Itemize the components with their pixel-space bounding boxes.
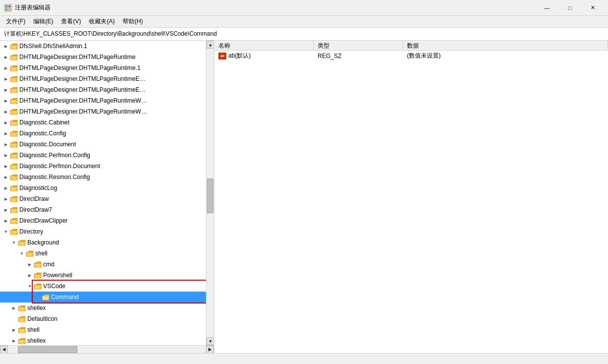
tree-item-shell2[interactable]: shell <box>0 324 206 335</box>
tree-item-command[interactable]: Command <box>0 292 206 303</box>
scroll-track[interactable] <box>206 49 214 337</box>
expand-icon <box>2 184 10 192</box>
tree-item-vscode[interactable]: VSCode <box>0 281 206 292</box>
svg-marker-52 <box>42 296 49 300</box>
tree-label: Directory <box>19 228 43 235</box>
folder-icon <box>18 337 26 344</box>
expand-icon <box>26 271 34 279</box>
col-header-type[interactable]: 类型 <box>314 41 403 51</box>
minimize-button[interactable]: — <box>536 0 558 16</box>
folder-icon <box>10 217 18 224</box>
folder-icon <box>10 228 18 235</box>
tree-item-dhtml5[interactable]: DHTMLPageDesigner.DHTMLPageRuntimeW… <box>0 95 206 106</box>
tree-item-shellex[interactable]: shellex <box>0 303 206 313</box>
h-scroll-thumb[interactable] <box>18 346 77 353</box>
tree-horizontal-scrollbar[interactable]: ◀ ▶ <box>0 345 214 353</box>
tree-label: Diagnostic.Cabinet <box>19 119 69 126</box>
col-header-name[interactable]: 名称 <box>214 41 314 51</box>
tree-scroll[interactable]: DfsShell.DfsShellAdmin.1 DHTMLPageDesign… <box>0 41 206 345</box>
expand-icon <box>2 173 10 181</box>
main-content: DfsShell.DfsShellAdmin.1 DHTMLPageDesign… <box>0 41 608 353</box>
folder-icon <box>10 54 18 61</box>
registry-value-icon: ab <box>218 53 226 60</box>
tree-vertical-scrollbar[interactable]: ▲ ▼ <box>206 41 214 345</box>
tree-item-dhtml3[interactable]: DHTMLPageDesigner.DHTMLPageRuntimeE… <box>0 73 206 84</box>
expand-icon <box>2 42 10 50</box>
vscode-border-container: VSCode Command <box>0 281 206 303</box>
tree-item-diaglog[interactable]: DiagnosticLog <box>0 182 206 193</box>
svg-marker-26 <box>10 154 17 158</box>
svg-marker-28 <box>10 165 17 169</box>
tree-item-directdrawclip[interactable]: DirectDrawClipper <box>0 215 206 226</box>
svg-rect-1 <box>5 5 7 7</box>
scroll-right-button[interactable]: ▶ <box>206 346 214 354</box>
tree-item-directdraw7[interactable]: DirectDraw7 <box>0 204 206 215</box>
tree-item-diagdoc[interactable]: Diagnostic.Document <box>0 139 206 150</box>
tree-item-dhtml4[interactable]: DHTMLPageDesigner.DHTMLPageRuntimeE… <box>0 84 206 95</box>
tree-label: shell <box>27 326 40 333</box>
tree-label: DirectDrawClipper <box>19 217 68 224</box>
svg-marker-36 <box>10 209 17 213</box>
menu-help[interactable]: 帮助(H) <box>119 16 147 28</box>
tree-item-directdraw[interactable]: DirectDraw <box>0 193 206 204</box>
title-text: 注册表编辑器 <box>15 3 536 12</box>
svg-marker-50 <box>34 285 41 289</box>
tree-item-dhtml1[interactable]: DHTMLPageDesigner.DHTMLPageRuntime <box>0 52 206 62</box>
tree-item-dhtml2[interactable]: DHTMLPageDesigner.DHTMLPageRuntime.1 <box>0 62 206 73</box>
scroll-thumb[interactable] <box>207 179 213 213</box>
tree-item-directory[interactable]: Directory <box>0 226 206 237</box>
svg-marker-58 <box>18 329 25 333</box>
table-row[interactable]: ab ab(默认) REG_SZ (数值未设置) <box>214 51 608 61</box>
address-bar: 计算机\HKEY_CLASSES_ROOT\Directory\Backgrou… <box>0 28 608 41</box>
tree-item-diagrescfg[interactable]: Diagnostic.Resmon.Config <box>0 172 206 182</box>
tree-label: DirectDraw7 <box>19 206 52 213</box>
close-button[interactable]: ✕ <box>581 0 604 16</box>
tree-label: DHTMLPageDesigner.DHTMLPageRuntime.1 <box>19 64 140 71</box>
folder-icon <box>34 283 42 290</box>
svg-marker-30 <box>10 176 17 180</box>
tree-label: DHTMLPageDesigner.DHTMLPageRuntimeW… <box>19 97 147 104</box>
tree-item-diagcab[interactable]: Diagnostic.Cabinet <box>0 117 206 128</box>
tree-item-powershell[interactable]: Powershell <box>0 270 206 281</box>
cell-data: (数值未设置) <box>403 51 608 61</box>
tree-item-diagperfdoc[interactable]: Diagnostic.Perfmon.Document <box>0 161 206 172</box>
tree-label: Powershell <box>43 272 72 279</box>
tree-label: DHTMLPageDesigner.DHTMLPageRuntimeE… <box>19 86 145 93</box>
svg-marker-48 <box>34 274 41 278</box>
maximize-button[interactable]: □ <box>558 0 581 16</box>
tree-item-defaulticon[interactable]: DefaultIcon <box>0 313 206 324</box>
svg-marker-8 <box>10 56 17 60</box>
scroll-left-button[interactable]: ◀ <box>0 346 8 354</box>
svg-marker-54 <box>18 307 25 311</box>
scroll-down-button[interactable]: ▼ <box>206 337 214 345</box>
tree-item-dhtml6[interactable]: DHTMLPageDesigner.DHTMLPageRuntimeW… <box>0 106 206 117</box>
folder-icon <box>10 86 18 93</box>
folder-icon <box>26 250 34 257</box>
tree-item-dfsshell[interactable]: DfsShell.DfsShellAdmin.1 <box>0 41 206 52</box>
scroll-up-button[interactable]: ▲ <box>206 41 214 49</box>
tree-label: DHTMLPageDesigner.DHTMLPageRuntime <box>19 54 135 61</box>
tree-label: Diagnostic.Resmon.Config <box>19 174 90 181</box>
h-scroll-track[interactable] <box>8 346 206 354</box>
menu-favorites[interactable]: 收藏夹(A) <box>85 16 119 28</box>
expand-icon <box>2 119 10 126</box>
tree-label: VSCode <box>43 283 66 290</box>
expand-icon <box>2 129 10 137</box>
tree-item-diagcfg[interactable]: Diagnostic.Config <box>0 128 206 139</box>
tree-item-shellex2[interactable]: shellex <box>0 335 206 345</box>
expand-icon <box>10 326 18 334</box>
svg-marker-16 <box>10 100 17 104</box>
menu-file[interactable]: 文件(F) <box>2 16 29 28</box>
folder-icon <box>10 108 18 115</box>
tree-item-cmd[interactable]: cmd <box>0 259 206 270</box>
expand-icon <box>2 53 10 61</box>
tree-label: Diagnostic.Config <box>19 130 66 137</box>
tree-item-shell[interactable]: shell <box>0 248 206 259</box>
menu-view[interactable]: 查看(V) <box>57 16 85 28</box>
expand-icon <box>10 239 18 246</box>
menu-edit[interactable]: 编辑(E) <box>29 16 57 28</box>
tree-item-diagperfcfg[interactable]: Diagnostic.Perfmon.Config <box>0 150 206 161</box>
col-header-data[interactable]: 数据 <box>403 41 608 51</box>
tree-item-background[interactable]: Background <box>0 237 206 248</box>
tree-label: Diagnostic.Perfmon.Document <box>19 163 100 170</box>
